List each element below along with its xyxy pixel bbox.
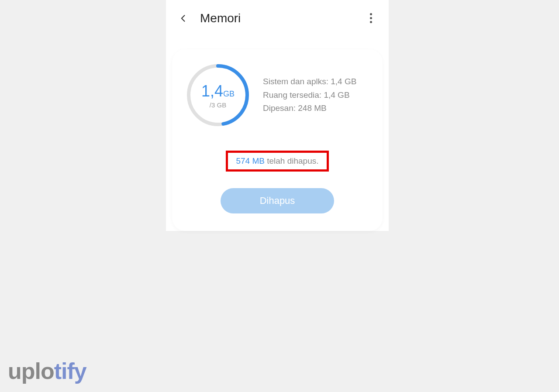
ring-text: 1,4GB /3 GB [201, 82, 235, 109]
watermark: uplotify [8, 358, 86, 384]
more-icon[interactable] [366, 10, 376, 27]
page-title: Memori [200, 11, 241, 25]
stats-text: Sistem dan aplks: 1,4 GB Ruang tersedia:… [263, 75, 369, 115]
cleared-amount: 574 MB [236, 156, 264, 165]
highlight-box: 574 MB telah dihapus. [226, 151, 328, 172]
stats-row: 1,4GB /3 GB Sistem dan aplks: 1,4 GB Rua… [185, 62, 369, 128]
ring-value: 1,4 [201, 82, 223, 100]
memory-card: 1,4GB /3 GB Sistem dan aplks: 1,4 GB Rua… [172, 49, 383, 231]
usage-ring: 1,4GB /3 GB [185, 62, 251, 128]
memory-screen: Memori 1,4GB /3 GB Si [166, 0, 389, 231]
watermark-part2: tify [54, 358, 86, 384]
clear-button[interactable]: Dihapus [221, 188, 335, 213]
ring-total: /3 GB [201, 101, 235, 109]
header-left: Memori [179, 11, 241, 25]
back-icon[interactable] [179, 14, 188, 23]
stat-available: Ruang tersedia: 1,4 GB [263, 89, 369, 102]
status-message: 574 MB telah dihapus. [185, 151, 369, 172]
cleared-text: telah dihapus. [265, 156, 319, 165]
watermark-part1: uplo [8, 358, 54, 384]
stat-system: Sistem dan aplks: 1,4 GB [263, 75, 369, 88]
stat-reserved: Dipesan: 248 MB [263, 102, 369, 115]
header: Memori [166, 0, 389, 36]
ring-unit: GB [223, 89, 235, 98]
